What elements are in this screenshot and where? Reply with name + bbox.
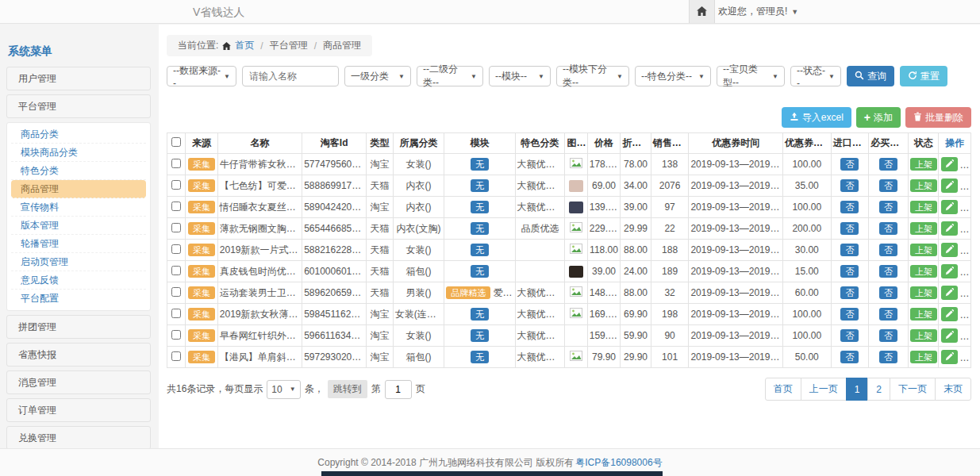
imported-toggle-badge[interactable]: 否 xyxy=(840,351,859,363)
page-button[interactable]: 首页 xyxy=(765,378,801,401)
sidebar-item[interactable]: 兑换管理 xyxy=(6,426,151,450)
module-badge[interactable]: 品牌精选 xyxy=(446,286,490,299)
add-button[interactable]: + 添加 xyxy=(856,107,901,128)
sidebar-subitem[interactable]: 商品分类 xyxy=(11,125,146,144)
status-badge[interactable]: 上架 xyxy=(910,222,937,235)
icp-link[interactable]: 粤ICP备16098006号 xyxy=(575,456,662,470)
sidebar-subitem[interactable]: 平台配置 xyxy=(11,290,146,308)
edit-button[interactable] xyxy=(941,264,958,278)
status-badge[interactable]: 上架 xyxy=(910,244,937,256)
imported-toggle-badge[interactable]: 否 xyxy=(840,308,859,321)
imported-toggle-badge[interactable]: 否 xyxy=(840,244,859,256)
module-badge[interactable]: 无 xyxy=(471,351,489,363)
row-checkbox[interactable] xyxy=(171,202,181,211)
filter-select[interactable]: --二级分类--▼ xyxy=(417,66,483,86)
filter-select[interactable]: --特色分类--▼ xyxy=(635,66,711,86)
sidebar-subitem[interactable]: 意见反馈 xyxy=(11,271,146,290)
edit-button[interactable] xyxy=(941,286,958,300)
row-checkbox[interactable] xyxy=(171,287,181,297)
must-buy-toggle-badge[interactable]: 否 xyxy=(879,244,897,256)
sidebar-item[interactable]: 省惠快报 xyxy=(6,343,151,367)
imported-toggle-badge[interactable]: 否 xyxy=(840,329,859,342)
page-button[interactable]: 1 xyxy=(846,378,869,401)
module-badge[interactable]: 无 xyxy=(471,201,489,213)
status-badge[interactable]: 上架 xyxy=(910,179,937,192)
jump-to-button[interactable]: 跳转到 xyxy=(328,380,367,398)
page-button[interactable]: 上一页 xyxy=(801,378,847,401)
status-badge[interactable]: 上架 xyxy=(910,201,937,213)
imported-toggle-badge[interactable]: 否 xyxy=(840,179,859,192)
search-button[interactable]: 查询 xyxy=(847,66,894,86)
sidebar-item[interactable]: 用户管理 xyxy=(6,67,151,90)
batch-delete-button[interactable]: 批量删除 xyxy=(905,107,971,128)
module-badge[interactable]: 无 xyxy=(471,222,489,235)
edit-button[interactable] xyxy=(941,178,958,193)
name-search-input[interactable] xyxy=(242,66,339,86)
must-buy-toggle-badge[interactable]: 否 xyxy=(879,265,897,278)
status-badge[interactable]: 上架 xyxy=(910,265,937,278)
edit-button[interactable] xyxy=(941,243,958,257)
filter-select[interactable]: --模块--▼ xyxy=(489,66,551,86)
sidebar-item[interactable]: 订单管理 xyxy=(6,398,151,422)
must-buy-toggle-badge[interactable]: 否 xyxy=(879,351,897,363)
row-checkbox[interactable] xyxy=(171,244,181,254)
page-button[interactable]: 下一页 xyxy=(890,378,936,401)
sidebar-subitem[interactable]: 启动页管理 xyxy=(11,253,146,271)
status-badge[interactable]: 上架 xyxy=(910,158,937,171)
imported-toggle-badge[interactable]: 否 xyxy=(840,286,859,299)
sidebar-subitem[interactable]: 版本管理 xyxy=(11,217,146,235)
filter-select[interactable]: --宝贝类型--▼ xyxy=(717,66,785,86)
row-checkbox[interactable] xyxy=(171,159,181,168)
status-badge[interactable]: 上架 xyxy=(910,286,937,299)
row-checkbox[interactable] xyxy=(171,309,181,318)
row-checkbox[interactable] xyxy=(171,223,181,232)
must-buy-toggle-badge[interactable]: 否 xyxy=(879,179,897,192)
must-buy-toggle-badge[interactable]: 否 xyxy=(879,222,897,235)
status-badge[interactable]: 上架 xyxy=(910,351,937,363)
sidebar-subitem[interactable]: 宣传物料 xyxy=(11,198,146,217)
page-button[interactable]: 末页 xyxy=(935,378,971,401)
sidebar-item[interactable]: 消息管理 xyxy=(6,370,151,394)
per-page-select[interactable]: 10 ▼ xyxy=(267,380,300,399)
filter-select[interactable]: --状态--▼ xyxy=(790,66,841,86)
status-badge[interactable]: 上架 xyxy=(910,308,937,321)
sidebar-item[interactable]: 平台管理 xyxy=(6,94,151,118)
must-buy-toggle-badge[interactable]: 否 xyxy=(879,308,897,321)
must-buy-toggle-badge[interactable]: 否 xyxy=(879,286,897,299)
module-badge[interactable]: 无 xyxy=(471,158,489,171)
reset-button[interactable]: 重置 xyxy=(900,66,947,86)
module-badge[interactable]: 无 xyxy=(471,179,489,192)
edit-button[interactable] xyxy=(941,157,958,171)
import-excel-button[interactable]: 导入excel xyxy=(782,107,851,128)
must-buy-toggle-badge[interactable]: 否 xyxy=(879,201,897,213)
sidebar-subitem[interactable]: 特色分类 xyxy=(11,162,146,180)
edit-button[interactable] xyxy=(941,350,958,364)
must-buy-toggle-badge[interactable]: 否 xyxy=(879,329,897,342)
row-checkbox[interactable] xyxy=(171,351,181,361)
filter-select[interactable]: --数据来源--▼ xyxy=(167,66,236,86)
row-checkbox[interactable] xyxy=(171,330,181,340)
status-badge[interactable]: 上架 xyxy=(910,329,937,342)
edit-button[interactable] xyxy=(941,200,958,214)
imported-toggle-badge[interactable]: 否 xyxy=(840,222,859,235)
row-checkbox[interactable] xyxy=(171,266,181,275)
module-badge[interactable]: 无 xyxy=(471,244,489,256)
select-all-checkbox[interactable] xyxy=(171,137,181,147)
imported-toggle-badge[interactable]: 否 xyxy=(840,158,859,171)
sidebar-subitem[interactable]: 商品管理 xyxy=(11,180,146,198)
module-badge[interactable]: 无 xyxy=(471,308,489,321)
sidebar-subitem[interactable]: 轮播管理 xyxy=(11,235,146,253)
sidebar-subitem[interactable]: 模块商品分类 xyxy=(11,144,146,162)
edit-button[interactable] xyxy=(941,307,958,321)
edit-button[interactable] xyxy=(941,221,958,236)
filter-select[interactable]: 一级分类▼ xyxy=(344,66,411,86)
imported-toggle-badge[interactable]: 否 xyxy=(840,201,859,213)
sidebar-item[interactable]: 拼团管理 xyxy=(6,315,151,339)
module-badge[interactable]: 无 xyxy=(471,329,489,342)
imported-toggle-badge[interactable]: 否 xyxy=(840,265,859,278)
filter-select[interactable]: --模块下分类--▼ xyxy=(556,66,629,86)
must-buy-toggle-badge[interactable]: 否 xyxy=(879,158,897,171)
row-checkbox[interactable] xyxy=(171,180,181,190)
user-menu[interactable]: 欢迎您，管理员! ▼ xyxy=(718,0,798,23)
module-badge[interactable]: 无 xyxy=(471,265,489,278)
